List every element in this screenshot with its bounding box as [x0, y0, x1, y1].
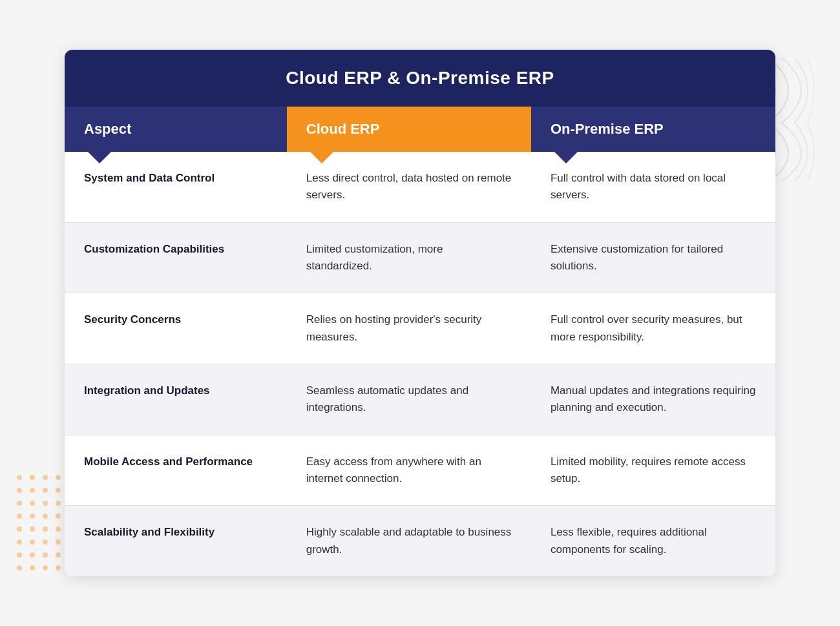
cloud-cell: Easy access from anywhere with an intern…: [287, 435, 531, 506]
svg-point-11: [56, 501, 61, 506]
table-header: Aspect Cloud ERP On-Premise ERP: [65, 107, 775, 152]
svg-point-6: [43, 488, 48, 493]
aspect-cell: Mobile Access and Performance: [65, 435, 287, 506]
table-title: Cloud ERP & On-Premise ERP: [65, 50, 775, 107]
onpremise-arrow: [554, 152, 578, 163]
header-cloud: Cloud ERP: [287, 107, 531, 152]
cloud-arrow: [310, 152, 333, 163]
svg-point-10: [43, 501, 48, 506]
svg-point-24: [17, 552, 22, 558]
aspect-cell: Integration and Updates: [65, 364, 287, 435]
table-row: System and Data ControlLess direct contr…: [65, 152, 775, 223]
svg-point-2: [43, 475, 48, 480]
svg-point-17: [30, 527, 35, 532]
table-row: Scalability and FlexibilityHighly scalab…: [65, 506, 775, 576]
svg-point-12: [17, 514, 22, 519]
aspect-cell: Security Concerns: [65, 293, 287, 364]
svg-point-28: [17, 565, 22, 570]
svg-point-5: [30, 488, 35, 493]
svg-point-26: [43, 552, 48, 558]
comparison-table: Cloud ERP & On-Premise ERP Aspect Cloud …: [65, 50, 775, 576]
cloud-cell: Seamless automatic updates and integrati…: [287, 364, 531, 435]
cloud-cell: Highly scalable and adaptable to busines…: [287, 506, 531, 576]
svg-point-15: [56, 514, 61, 519]
header-aspect: Aspect: [65, 107, 287, 152]
header-onpremise: On-Premise ERP: [531, 107, 775, 152]
svg-point-19: [56, 527, 61, 532]
svg-point-20: [17, 539, 22, 545]
onpremise-cell: Manual updates and integrations requirin…: [531, 364, 775, 435]
header-onpremise-label: On-Premise ERP: [551, 121, 664, 138]
onpremise-cell: Extensive customization for tailored sol…: [531, 223, 775, 293]
aspect-arrow: [88, 152, 111, 163]
svg-point-31: [56, 565, 61, 570]
cloud-cell: Relies on hosting provider's security me…: [287, 293, 531, 364]
cloud-cell: Limited customization, more standardized…: [287, 223, 531, 293]
svg-point-22: [43, 539, 48, 545]
svg-point-7: [56, 488, 61, 493]
svg-point-25: [30, 552, 35, 558]
table-row: Customization CapabilitiesLimited custom…: [65, 223, 775, 294]
aspect-cell: Customization Capabilities: [65, 223, 287, 293]
svg-point-29: [30, 565, 35, 570]
svg-point-27: [56, 552, 61, 558]
svg-point-14: [43, 514, 48, 519]
svg-point-13: [30, 514, 35, 519]
svg-point-23: [56, 539, 61, 545]
aspect-cell: Scalability and Flexibility: [65, 506, 287, 576]
svg-point-1: [30, 475, 35, 480]
svg-point-18: [43, 527, 48, 532]
header-aspect-label: Aspect: [84, 121, 131, 137]
svg-point-21: [30, 539, 35, 545]
svg-point-0: [17, 475, 22, 480]
svg-point-8: [17, 501, 22, 506]
table-row: Security ConcernsRelies on hosting provi…: [65, 293, 775, 364]
onpremise-cell: Less flexible, requires additional compo…: [531, 506, 775, 576]
table-row: Mobile Access and PerformanceEasy access…: [65, 435, 775, 506]
header-cloud-label: Cloud ERP: [306, 121, 380, 138]
svg-point-4: [17, 488, 22, 493]
onpremise-cell: Full control over security measures, but…: [531, 293, 775, 364]
svg-point-9: [30, 501, 35, 506]
table-row: Integration and UpdatesSeamless automati…: [65, 364, 775, 435]
svg-point-3: [56, 475, 61, 480]
onpremise-cell: Limited mobility, requires remote access…: [531, 435, 775, 506]
table-body: System and Data ControlLess direct contr…: [65, 152, 775, 576]
svg-point-16: [17, 527, 22, 532]
svg-point-30: [43, 565, 48, 570]
